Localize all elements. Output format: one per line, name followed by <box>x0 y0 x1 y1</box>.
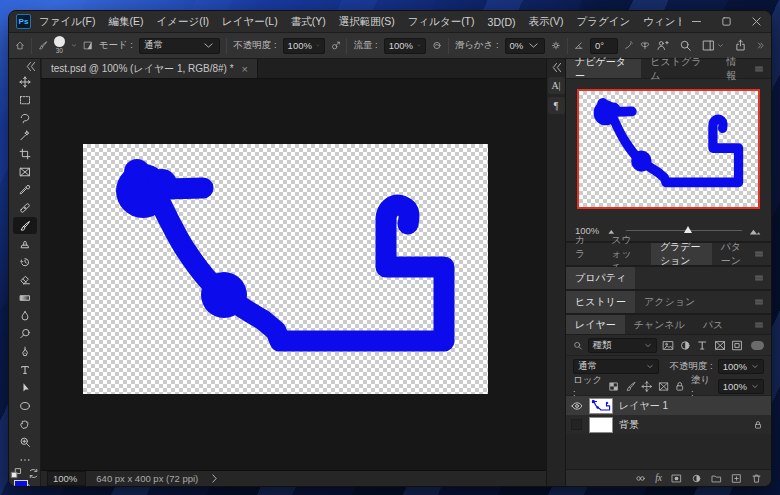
layer-thumbnail[interactable] <box>589 398 613 414</box>
layer-name[interactable]: レイヤー 1 <box>619 399 767 413</box>
filter-type-layers-icon[interactable] <box>696 339 708 352</box>
color-group-tab[interactable]: パターン <box>712 243 754 265</box>
color-group-tab[interactable]: グラデーション <box>651 243 712 265</box>
tool-eyedropper[interactable] <box>13 181 37 198</box>
blend-mode-select[interactable]: 通常 <box>139 38 220 54</box>
menu-item[interactable]: 3D(D) <box>488 16 516 28</box>
properties-tab[interactable]: プロパティ <box>566 267 635 289</box>
filter-smart-objects-icon[interactable] <box>731 339 743 352</box>
menu-item[interactable]: フィルター(T) <box>408 15 475 29</box>
status-chevron-icon[interactable] <box>208 472 221 485</box>
new-group-icon[interactable] <box>711 473 722 484</box>
delete-layer-icon[interactable] <box>751 473 762 484</box>
tool-blur[interactable] <box>13 307 37 324</box>
tool-gradient[interactable] <box>13 289 37 306</box>
tool-eraser[interactable] <box>13 271 37 288</box>
minimize-button[interactable] <box>681 11 711 32</box>
tool-lasso[interactable] <box>13 109 37 126</box>
navigator-tab[interactable]: ナビゲーター <box>566 59 641 78</box>
layers-tab[interactable]: チャンネル <box>625 315 694 334</box>
navigator-tab[interactable]: 情報 <box>717 59 754 78</box>
home-icon[interactable] <box>15 39 25 52</box>
paragraph-panel-button[interactable]: ¶ <box>548 97 565 114</box>
panel-menu-icon[interactable] <box>754 315 771 334</box>
tool-clone-stamp[interactable] <box>13 235 37 252</box>
share-document-icon[interactable] <box>656 39 669 52</box>
menu-item[interactable]: 選択範囲(S) <box>339 15 395 29</box>
menu-item[interactable]: イメージ(I) <box>156 15 209 29</box>
maximize-button[interactable] <box>711 11 741 32</box>
export-share-icon[interactable] <box>734 39 747 52</box>
color-group-tab[interactable]: カラー <box>566 243 602 265</box>
history-group-tab[interactable]: アクション <box>635 291 704 313</box>
new-layer-icon[interactable] <box>731 473 742 484</box>
airbrush-mode-icon[interactable] <box>624 39 634 52</box>
close-tab-icon[interactable]: × <box>242 63 248 75</box>
tool-dodge[interactable] <box>13 325 37 342</box>
layer-visibility-toggle[interactable] <box>571 419 582 430</box>
document-tab[interactable]: test.psd @ 100% (レイヤー 1, RGB/8#) * × <box>42 59 258 78</box>
lock-pixels-icon[interactable] <box>625 380 637 393</box>
color-group-tab[interactable]: スウォッチ <box>602 243 651 265</box>
layer-fill-field[interactable]: 100% <box>718 379 764 394</box>
layer-row[interactable]: レイヤー 1 <box>566 396 771 415</box>
filter-shape-layers-icon[interactable] <box>714 339 726 352</box>
filter-pixel-layers-icon[interactable] <box>662 339 674 352</box>
canvas[interactable] <box>83 144 488 394</box>
panel-menu-icon[interactable] <box>754 291 771 313</box>
layer-style-icon[interactable]: fx <box>655 473 662 483</box>
brush-size-preview[interactable]: 30 <box>54 36 65 55</box>
layer-thumbnail[interactable] <box>589 417 613 433</box>
lock-all-icon[interactable] <box>674 380 686 393</box>
swap-colors-icon[interactable] <box>27 467 40 480</box>
tool-history-brush[interactable] <box>13 253 37 270</box>
add-layer-mask-icon[interactable] <box>671 473 682 484</box>
menu-item[interactable]: 編集(E) <box>108 15 143 29</box>
layers-tab[interactable]: レイヤー <box>566 315 625 334</box>
history-group-tab[interactable]: ヒストリー <box>566 291 635 313</box>
zoom-level-field[interactable]: 100% <box>47 471 86 486</box>
new-adjustment-layer-icon[interactable] <box>691 473 702 484</box>
tool-frame[interactable] <box>13 163 37 180</box>
foreground-color-swatch[interactable] <box>14 480 28 487</box>
collapse-toolbar-icon[interactable] <box>24 60 37 73</box>
tool-edit-toolbar[interactable] <box>13 451 37 468</box>
navigator-preview[interactable] <box>577 89 760 209</box>
menu-item[interactable]: ウィンドウ(W) <box>643 15 681 29</box>
lock-position-icon[interactable] <box>641 380 653 393</box>
menu-item[interactable]: ファイル(F) <box>39 15 95 29</box>
lock-transparency-icon[interactable] <box>608 380 620 393</box>
flow-field[interactable]: 100% <box>384 38 426 54</box>
layer-blend-mode-select[interactable]: 通常 <box>573 359 659 374</box>
menu-item[interactable]: レイヤー(L) <box>222 15 278 29</box>
airbrush-icon[interactable] <box>432 39 442 52</box>
brush-settings-panel-icon[interactable] <box>83 39 93 52</box>
tool-shape[interactable] <box>13 397 37 414</box>
layer-name[interactable]: 背景 <box>619 418 747 432</box>
overflow-chevron-icon[interactable] <box>757 39 765 52</box>
brush-picker-chevron-icon[interactable] <box>71 39 77 52</box>
panel-menu-icon[interactable] <box>754 267 771 289</box>
brush-angle-field[interactable]: 0° <box>590 38 618 54</box>
menu-item[interactable]: プラグイン <box>577 15 631 29</box>
tool-crop[interactable] <box>13 145 37 162</box>
opacity-field[interactable]: 100% <box>283 38 325 54</box>
panel-menu-icon[interactable] <box>754 59 771 78</box>
tool-zoom[interactable] <box>13 433 37 450</box>
layers-tab[interactable]: パス <box>694 315 732 334</box>
default-colors-icon[interactable] <box>10 467 23 480</box>
panel-menu-icon[interactable] <box>754 243 771 265</box>
tool-spot-healing-brush[interactable] <box>13 199 37 216</box>
layer-opacity-field[interactable]: 100% <box>718 359 764 374</box>
layer-row[interactable]: 背景 <box>566 415 771 434</box>
paint-symmetry-icon[interactable] <box>640 39 650 52</box>
navigator-zoom-slider[interactable] <box>626 225 742 235</box>
layer-visibility-eye-icon[interactable] <box>570 399 583 412</box>
zoom-in-icon[interactable] <box>749 224 762 237</box>
brush-tool-preset-icon[interactable] <box>38 39 48 52</box>
menu-item[interactable]: 書式(Y) <box>291 15 326 29</box>
search-icon[interactable] <box>679 39 692 52</box>
menu-item[interactable]: 表示(V) <box>529 15 564 29</box>
navigator-tab[interactable]: ヒストグラム <box>641 59 717 78</box>
tool-rectangular-marquee[interactable] <box>13 91 37 108</box>
